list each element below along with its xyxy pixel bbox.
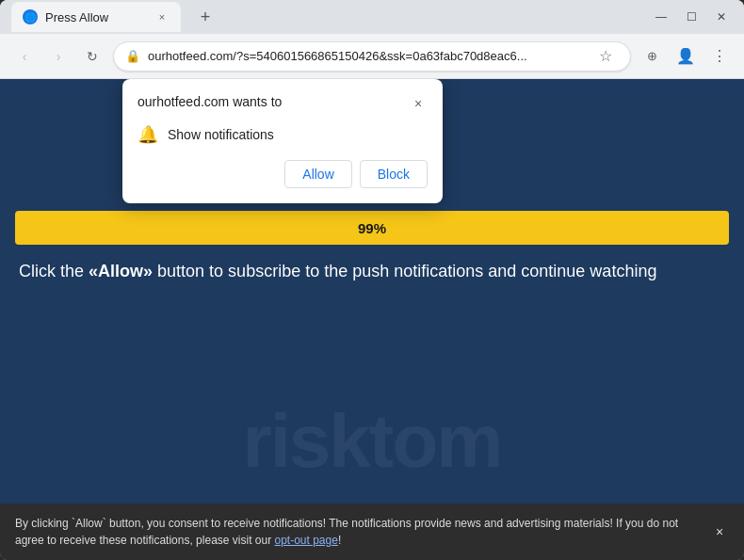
tab-strip: 🌐 Press Allow × + bbox=[11, 2, 218, 32]
consent-close-button[interactable]: × bbox=[710, 522, 729, 541]
allow-emphasis: «Allow» bbox=[89, 262, 153, 280]
profile-button[interactable]: 👤 bbox=[672, 43, 699, 70]
url-text: ourhotfeed.com/?s=540601566865150426&ssk… bbox=[148, 49, 585, 63]
close-window-button[interactable]: ✕ bbox=[714, 9, 729, 24]
tab-title: Press Allow bbox=[45, 10, 147, 24]
toolbar: ‹ › ↻ 🔒 ourhotfeed.com/?s=54060156686515… bbox=[0, 34, 744, 79]
consent-text: By clicking `Allow` button, you consent … bbox=[15, 515, 699, 549]
permission-row: 🔔 Show notifications bbox=[137, 124, 428, 145]
lock-icon: 🔒 bbox=[125, 49, 140, 63]
progress-area: 99% bbox=[0, 211, 744, 245]
tab-favicon: 🌐 bbox=[23, 9, 38, 24]
consent-text-before: By clicking `Allow` button, you consent … bbox=[15, 517, 678, 547]
title-bar: 🌐 Press Allow × + — ☐ ✕ bbox=[0, 0, 744, 34]
new-tab-button[interactable]: + bbox=[192, 4, 218, 30]
opt-out-link[interactable]: opt-out page bbox=[274, 534, 337, 547]
maximize-button[interactable]: ☐ bbox=[684, 9, 699, 24]
browser-chrome: 🌐 Press Allow × + — ☐ ✕ ‹ › ↻ 🔒 ourhotfe… bbox=[0, 0, 744, 79]
address-bar[interactable]: 🔒 ourhotfeed.com/?s=540601566865150426&s… bbox=[113, 41, 631, 72]
tab-close-button[interactable]: × bbox=[154, 9, 170, 24]
popup-site-text: ourhotfeed.com wants to bbox=[137, 94, 282, 109]
consent-text-end: ! bbox=[338, 534, 341, 547]
page-content: risktom ourhotfeed.com wants to × 🔔 Show… bbox=[0, 79, 744, 560]
refresh-button[interactable]: ↻ bbox=[79, 43, 105, 70]
minimize-button[interactable]: — bbox=[654, 9, 669, 24]
main-message: Click the «Allow» button to subscribe to… bbox=[0, 260, 744, 283]
progress-bar: 99% bbox=[15, 211, 729, 245]
back-button[interactable]: ‹ bbox=[11, 43, 38, 70]
menu-button[interactable]: ⋮ bbox=[706, 43, 733, 70]
forward-button[interactable]: › bbox=[45, 43, 72, 70]
block-button[interactable]: Block bbox=[360, 160, 428, 188]
bell-icon: 🔔 bbox=[137, 124, 158, 145]
browser-window: 🌐 Press Allow × + — ☐ ✕ ‹ › ↻ 🔒 ourhotfe… bbox=[0, 0, 744, 560]
permission-popup: ourhotfeed.com wants to × 🔔 Show notific… bbox=[122, 79, 443, 203]
permission-label: Show notifications bbox=[168, 127, 274, 142]
active-tab[interactable]: 🌐 Press Allow × bbox=[11, 2, 181, 32]
consent-bar: By clicking `Allow` button, you consent … bbox=[0, 504, 744, 560]
bookmark-button[interactable]: ☆ bbox=[592, 43, 619, 70]
background-watermark: risktom bbox=[243, 398, 502, 485]
popup-close-button[interactable]: × bbox=[409, 94, 428, 113]
progress-label: 99% bbox=[358, 220, 386, 236]
download-button[interactable]: ⊕ bbox=[639, 43, 665, 70]
allow-button[interactable]: Allow bbox=[284, 160, 351, 188]
popup-buttons: Allow Block bbox=[137, 160, 428, 188]
popup-header: ourhotfeed.com wants to × bbox=[137, 94, 428, 113]
